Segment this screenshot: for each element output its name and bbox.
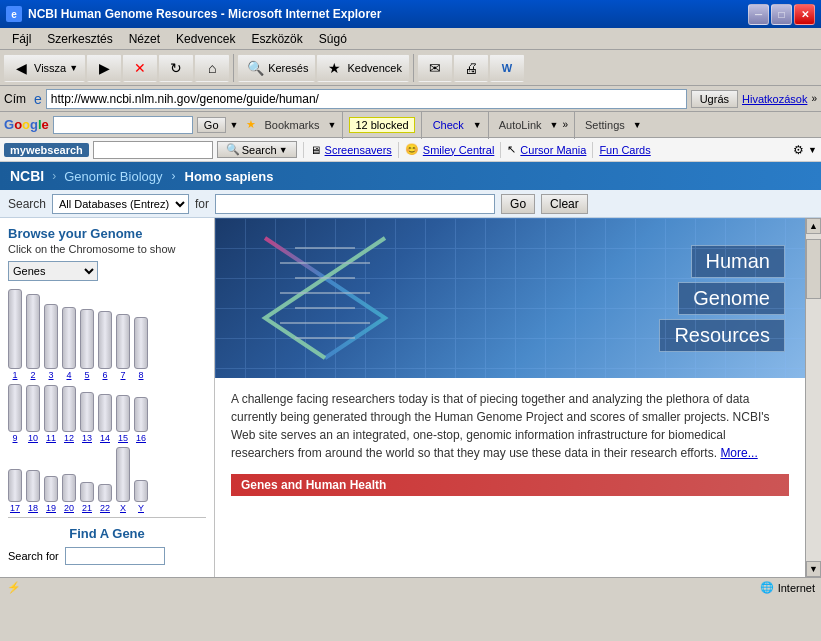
menu-favorites[interactable]: Kedvencek (168, 30, 243, 48)
chrom-bar-7[interactable] (116, 314, 130, 369)
chrom-bar-x[interactable] (116, 447, 130, 502)
bookmarks-btn[interactable]: Bookmarks (260, 117, 323, 133)
scrollbar[interactable]: ▲ ▼ (805, 218, 821, 577)
forward-button[interactable]: ▶ (87, 54, 121, 82)
chrom-bar-5[interactable] (80, 309, 94, 369)
mail-button[interactable]: ✉ (418, 54, 452, 82)
chrom-label-10[interactable]: 10 (28, 433, 38, 443)
gtb-expand[interactable]: » (562, 119, 568, 130)
chrom-bar-12[interactable] (62, 386, 76, 432)
chrom-bar-3[interactable] (44, 304, 58, 369)
chrom-bar-11[interactable] (44, 385, 58, 432)
mws-search-dropdown[interactable]: ▼ (279, 145, 288, 155)
chrom-label-7[interactable]: 7 (120, 370, 125, 380)
chrom-bar-6[interactable] (98, 311, 112, 369)
refresh-button[interactable]: ↻ (159, 54, 193, 82)
cursor-link[interactable]: Cursor Mania (520, 144, 586, 156)
check-btn[interactable]: Check (428, 118, 469, 132)
menu-edit[interactable]: Szerkesztés (39, 30, 120, 48)
chrom-label-1[interactable]: 1 (12, 370, 17, 380)
autolink-btn[interactable]: AutoLink (495, 117, 546, 133)
more-link[interactable]: More... (720, 446, 757, 460)
chrom-bar-20[interactable] (62, 474, 76, 502)
address-input[interactable] (46, 89, 687, 109)
favorites-button[interactable]: ★ Kedvencek (317, 54, 408, 82)
search-for-input[interactable] (215, 194, 495, 214)
menu-view[interactable]: Nézet (121, 30, 168, 48)
chrom-bar-13[interactable] (80, 392, 94, 432)
menu-tools[interactable]: Eszközök (243, 30, 310, 48)
expand-icon[interactable]: » (811, 93, 817, 104)
scroll-down-button[interactable]: ▼ (806, 561, 821, 577)
chrom-label-9[interactable]: 9 (12, 433, 17, 443)
chrom-bar-4[interactable] (62, 307, 76, 369)
chrom-bar-19[interactable] (44, 476, 58, 502)
chrom-label-15[interactable]: 15 (118, 433, 128, 443)
settings-dropdown[interactable]: ▼ (633, 120, 642, 130)
mws-dropdown[interactable]: ▼ (808, 145, 817, 155)
chrom-label-17[interactable]: 17 (10, 503, 20, 513)
minimize-button[interactable]: ─ (748, 4, 769, 25)
chrom-label-14[interactable]: 14 (100, 433, 110, 443)
chrom-bar-2[interactable] (26, 294, 40, 369)
go-search-button[interactable]: Go (501, 194, 535, 214)
mws-search-button[interactable]: 🔍 Search ▼ (217, 141, 297, 158)
check-dropdown[interactable]: ▼ (473, 120, 482, 130)
find-gene-input[interactable] (65, 547, 165, 565)
chrom-label-2[interactable]: 2 (30, 370, 35, 380)
chrom-bar-21[interactable] (80, 482, 94, 502)
chrom-label-18[interactable]: 18 (28, 503, 38, 513)
chrom-bar-16[interactable] (134, 397, 148, 432)
clear-button[interactable]: Clear (541, 194, 588, 214)
chrom-label-x[interactable]: X (120, 503, 126, 513)
chrom-label-19[interactable]: 19 (46, 503, 56, 513)
search-button[interactable]: 🔍 Keresés (238, 54, 315, 82)
chrom-label-11[interactable]: 11 (46, 433, 56, 443)
chrom-bar-15[interactable] (116, 395, 130, 432)
chrom-bar-1[interactable] (8, 289, 22, 369)
autolink-dropdown[interactable]: ▼ (550, 120, 559, 130)
mws-search-input[interactable] (93, 141, 213, 159)
back-button[interactable]: ◀ Vissza ▼ (4, 54, 85, 82)
scroll-thumb[interactable] (806, 239, 821, 299)
chrom-bar-22[interactable] (98, 484, 112, 502)
chrom-label-13[interactable]: 13 (82, 433, 92, 443)
chrom-bar-14[interactable] (98, 394, 112, 432)
smiley-link[interactable]: Smiley Central (423, 144, 495, 156)
chrom-label-5[interactable]: 5 (84, 370, 89, 380)
settings-btn[interactable]: Settings (581, 117, 629, 133)
chrom-bar-8[interactable] (134, 317, 148, 369)
chrom-label-4[interactable]: 4 (66, 370, 71, 380)
word-button[interactable]: W (490, 54, 524, 82)
chrom-label-8[interactable]: 8 (138, 370, 143, 380)
chrom-label-22[interactable]: 22 (100, 503, 110, 513)
chrom-label-3[interactable]: 3 (48, 370, 53, 380)
chrom-label-20[interactable]: 20 (64, 503, 74, 513)
google-dropdown-icon[interactable]: ▼ (230, 120, 239, 130)
chrom-label-21[interactable]: 21 (82, 503, 92, 513)
chrom-label-12[interactable]: 12 (64, 433, 74, 443)
database-select[interactable]: All Databases (Entrez) PubMed Nucleotide… (52, 194, 189, 214)
mws-expand[interactable]: ⚙ (793, 143, 804, 157)
close-button[interactable]: ✕ (794, 4, 815, 25)
scroll-up-button[interactable]: ▲ (806, 218, 821, 234)
chrom-bar-18[interactable] (26, 470, 40, 502)
chrom-label-y[interactable]: Y (138, 503, 144, 513)
home-button[interactable]: ⌂ (195, 54, 229, 82)
chrom-bar-10[interactable] (26, 385, 40, 432)
go-button[interactable]: Ugrás (691, 90, 738, 108)
chrom-label-16[interactable]: 16 (136, 433, 146, 443)
maximize-button[interactable]: □ (771, 4, 792, 25)
hivatkozasok-link[interactable]: Hivatkozások (742, 93, 807, 105)
menu-file[interactable]: Fájl (4, 30, 39, 48)
genome-select[interactable]: Genes SNPs Repeats (8, 261, 98, 281)
breadcrumb-genomic[interactable]: Genomic Biology (64, 169, 162, 184)
bookmarks-dropdown[interactable]: ▼ (327, 120, 336, 130)
stop-button[interactable]: ✕ (123, 54, 157, 82)
chrom-bar-9[interactable] (8, 384, 22, 432)
screensavers-link[interactable]: Screensavers (325, 144, 392, 156)
back-dropdown-icon[interactable]: ▼ (69, 63, 78, 73)
chrom-label-6[interactable]: 6 (102, 370, 107, 380)
google-search-input[interactable] (53, 116, 193, 134)
google-go-button[interactable]: Go (197, 117, 226, 133)
